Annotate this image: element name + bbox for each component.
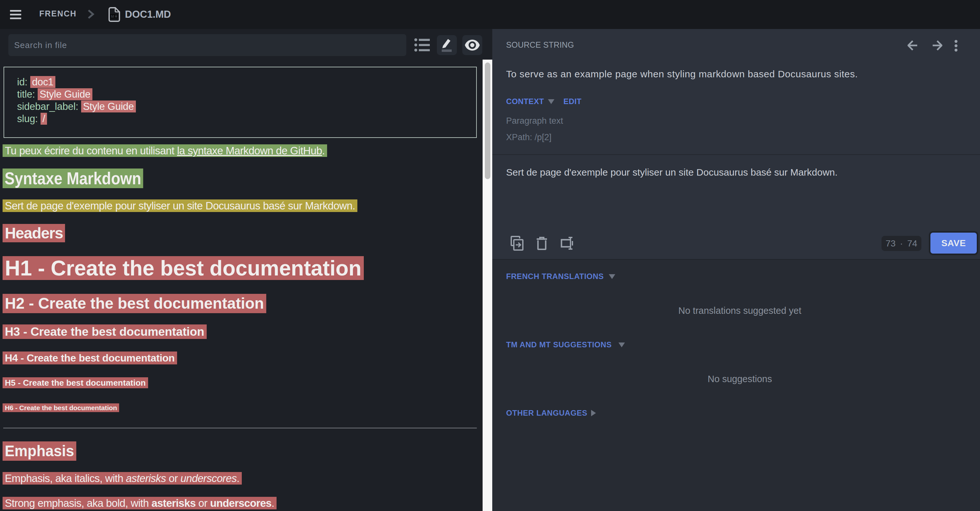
svg-text:M: M xyxy=(111,14,114,18)
